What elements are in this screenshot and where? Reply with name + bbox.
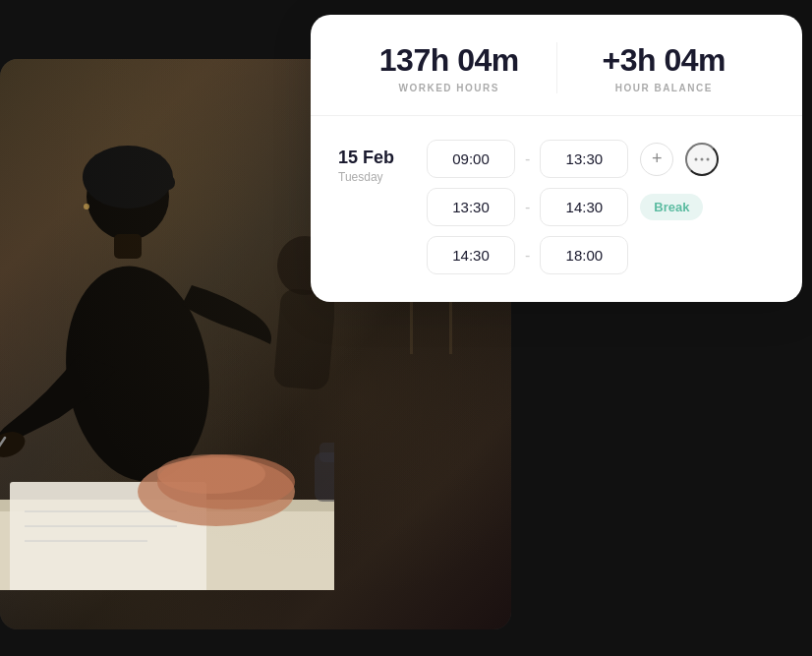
date-label: 15 Feb Tuesday — [338, 140, 407, 184]
start-time-input[interactable]: 14:30 — [427, 236, 515, 274]
time-separator: - — [523, 199, 532, 216]
entry-actions-break: Break — [640, 194, 703, 220]
end-time-input[interactable]: 18:00 — [540, 236, 628, 274]
more-dots-icon — [694, 157, 710, 161]
entry-actions: + — [640, 143, 719, 176]
date-day: 15 Feb — [338, 148, 407, 168]
worked-hours-stat: 137h 04m WORKED HOURS — [342, 42, 556, 93]
date-weekday: Tuesday — [338, 170, 407, 184]
more-options-button[interactable] — [685, 143, 719, 176]
hour-balance-stat: +3h 04m HOUR BALANCE — [556, 42, 772, 93]
start-time-input[interactable]: 09:00 — [427, 140, 515, 178]
scene: 137h 04m WORKED HOURS +3h 04m HOUR BALAN… — [0, 0, 812, 656]
plus-icon: + — [652, 149, 663, 169]
time-separator: - — [523, 247, 532, 265]
svg-point-23 — [707, 157, 710, 160]
entry-row: 13:30 - 14:30 Break — [427, 188, 775, 226]
entry-row: 14:30 - 18:00 — [427, 236, 775, 274]
hour-balance-value: +3h 04m — [603, 42, 725, 79]
break-badge: Break — [640, 194, 703, 220]
stats-section: 137h 04m WORKED HOURS +3h 04m HOUR BALAN… — [311, 15, 802, 116]
end-time-input[interactable]: 13:30 — [540, 140, 628, 178]
svg-point-22 — [701, 157, 704, 160]
date-row: 15 Feb Tuesday 09:00 - 13:30 + — [338, 140, 775, 274]
entries-list: 09:00 - 13:30 + — [427, 140, 775, 274]
worked-hours-label: WORKED HOURS — [399, 83, 499, 93]
time-separator: - — [523, 150, 532, 168]
worked-hours-value: 137h 04m — [379, 42, 519, 79]
entries-section: 15 Feb Tuesday 09:00 - 13:30 + — [311, 116, 802, 302]
start-time-input[interactable]: 13:30 — [427, 188, 515, 226]
main-card: 137h 04m WORKED HOURS +3h 04m HOUR BALAN… — [311, 15, 802, 302]
end-time-input[interactable]: 14:30 — [540, 188, 628, 226]
hour-balance-label: HOUR BALANCE — [615, 83, 713, 93]
svg-point-21 — [695, 157, 698, 160]
add-entry-button[interactable]: + — [640, 143, 673, 176]
entry-row: 09:00 - 13:30 + — [427, 140, 775, 178]
